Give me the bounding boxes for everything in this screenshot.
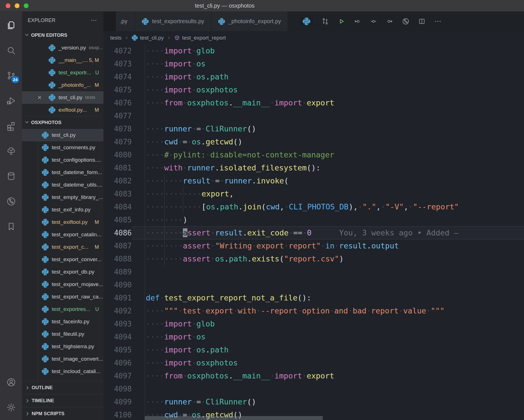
- editor-tab[interactable]: test_exportresults.py: [135, 12, 211, 31]
- line-number[interactable]: 4073: [103, 57, 132, 70]
- project-header[interactable]: OSXPHOTOS: [22, 116, 103, 129]
- open-editor-item[interactable]: test_cli.pytests: [22, 91, 103, 104]
- line-number[interactable]: 4090: [103, 278, 132, 291]
- breadcrumb-item[interactable]: tests: [110, 35, 122, 41]
- tree-item[interactable]: test_faceinfo.py: [22, 315, 103, 328]
- tree-item[interactable]: test_cli.py: [22, 129, 103, 141]
- code-editor[interactable]: 4072····import·glob4073····import·os4074…: [103, 44, 524, 420]
- tree-item[interactable]: test_export_db.py: [22, 266, 103, 278]
- breadcrumb-item[interactable]: test_export_report: [174, 35, 226, 41]
- code-line[interactable]: 4095····import·os.path: [103, 343, 524, 356]
- code-line[interactable]: 4084············[os.path.join(cwd,·CLI_P…: [103, 200, 524, 213]
- code-line[interactable]: 4093····import·glob: [103, 317, 524, 330]
- tree-item[interactable]: test_datetime_form...: [22, 166, 103, 179]
- code-line[interactable]: 4074····import·os.path: [103, 70, 524, 83]
- tree-item[interactable]: test_export_conver...: [22, 253, 103, 266]
- code-line[interactable]: 4079····cwd·=·os.getcwd(): [103, 135, 524, 148]
- python-language-tile[interactable]: [300, 18, 313, 25]
- tree-item[interactable]: test_incloud_catali...: [22, 365, 103, 378]
- line-number[interactable]: 4085: [103, 213, 132, 226]
- code-line[interactable]: 4073····import·os: [103, 57, 524, 70]
- tree-item[interactable]: test_export_c...M: [22, 241, 103, 253]
- line-number[interactable]: 4079: [103, 135, 132, 148]
- line-number[interactable]: 4095: [103, 343, 132, 356]
- code-line[interactable]: 4097····from·osxphotos.__main__·import·e…: [103, 369, 524, 382]
- code-line[interactable]: 4091def·test_export_report_not_a_file():: [103, 291, 524, 304]
- line-number[interactable]: 4075: [103, 83, 132, 96]
- code-line[interactable]: 4089: [103, 265, 524, 278]
- code-line[interactable]: 4090: [103, 278, 524, 291]
- line-number[interactable]: 4086: [103, 226, 132, 239]
- code-line[interactable]: 4078····runner·=·CliRunner(): [103, 122, 524, 135]
- line-number[interactable]: 4096: [103, 356, 132, 369]
- tree-item[interactable]: test_exportres...U: [22, 303, 103, 315]
- code-line[interactable]: 4076····from·osxphotos.__main__·import·e…: [103, 96, 524, 109]
- tree-item[interactable]: test_exif_info.py: [22, 203, 103, 216]
- breadcrumb-item[interactable]: test_cli.py: [132, 35, 164, 41]
- line-number[interactable]: 4094: [103, 330, 132, 343]
- tree-item[interactable]: test_export_raw_ca...: [22, 291, 103, 303]
- activity-item-explorer[interactable]: [0, 13, 22, 38]
- line-number[interactable]: 4072: [103, 44, 132, 57]
- sidebar-section-npm-scripts[interactable]: NPM SCRIPTS: [22, 407, 103, 420]
- activity-item-run-debug[interactable]: [0, 88, 22, 113]
- activity-item-extensions[interactable]: [0, 113, 22, 138]
- tree-item[interactable]: test_comments.py: [22, 141, 103, 154]
- close-icon[interactable]: [37, 95, 49, 100]
- code-line[interactable]: 4094····import·os: [103, 330, 524, 343]
- line-number[interactable]: 4093: [103, 317, 132, 330]
- run-python-file-icon[interactable]: [337, 18, 345, 25]
- editor-tab[interactable]: _photoinfo_export.py: [211, 12, 288, 31]
- line-number[interactable]: 4087: [103, 239, 132, 252]
- nav-circle-icon[interactable]: [370, 18, 377, 25]
- code-line[interactable]: 4082········result·=·runner.invoke(: [103, 174, 524, 187]
- line-number[interactable]: 4089: [103, 265, 132, 278]
- nav-back-icon[interactable]: [354, 18, 361, 25]
- activity-item-source-control[interactable]: 24: [0, 63, 22, 88]
- line-number[interactable]: 4082: [103, 174, 132, 187]
- line-number[interactable]: 4076: [103, 96, 132, 109]
- open-editor-item[interactable]: exiftool.py...M: [22, 104, 103, 116]
- code-line[interactable]: 4085········): [103, 213, 524, 226]
- git-compare-icon[interactable]: [321, 18, 329, 25]
- code-line[interactable]: 4092····"""·test·export·with·--report·op…: [103, 304, 524, 317]
- line-number[interactable]: 4091: [103, 291, 132, 304]
- sidebar-section-outline[interactable]: OUTLINE: [22, 381, 103, 394]
- line-number[interactable]: 4074: [103, 70, 132, 83]
- tree-item[interactable]: test_export_catalin...: [22, 228, 103, 241]
- tree-item[interactable]: test_image_convert...: [22, 353, 103, 365]
- line-number[interactable]: 4099: [103, 395, 132, 408]
- code-line[interactable]: 4081····with·runner.isolated_filesystem(…: [103, 161, 524, 174]
- code-line[interactable]: 4087········assert·"Writing·export·repor…: [103, 239, 524, 252]
- code-line[interactable]: 4075····import·osxphotos: [103, 83, 524, 96]
- code-line[interactable]: 4077: [103, 109, 524, 122]
- line-number[interactable]: 4084: [103, 200, 132, 213]
- code-line[interactable]: 4080····#·pylint:·disable=not-context-ma…: [103, 148, 524, 161]
- code-line[interactable]: 4086········assert·result.exit_code·==·0…: [103, 226, 524, 239]
- tree-item[interactable]: test_empty_library_...: [22, 191, 103, 203]
- tree-item[interactable]: test_export_mojave...: [22, 278, 103, 291]
- more-actions-icon[interactable]: [434, 18, 442, 25]
- activity-item-testing[interactable]: [0, 138, 22, 164]
- tree-item[interactable]: test_configoptions....: [22, 154, 103, 166]
- horizontal-scrollbar[interactable]: [145, 416, 323, 420]
- open-editor-item[interactable]: test_exportr...U: [22, 66, 103, 79]
- nav-forward-icon[interactable]: [386, 18, 393, 25]
- sidebar-section-timeline[interactable]: TIMELINE: [22, 394, 103, 407]
- activity-item-gitlens[interactable]: [0, 189, 22, 214]
- line-number[interactable]: 4100: [103, 408, 132, 420]
- code-line[interactable]: 4096····import·osxphotos: [103, 356, 524, 369]
- activity-item-search[interactable]: [0, 38, 22, 63]
- tree-item[interactable]: test_highsierra.py: [22, 340, 103, 353]
- open-editor-item[interactable]: _photoinfo_...M: [22, 79, 103, 91]
- editor-tab[interactable]: .py: [116, 12, 135, 31]
- activity-item-database[interactable]: [0, 164, 22, 189]
- line-number[interactable]: 4083: [103, 187, 132, 200]
- open-editor-item[interactable]: __main__....5, M: [22, 54, 103, 66]
- line-number[interactable]: 4092: [103, 304, 132, 317]
- activity-item-settings[interactable]: [0, 395, 22, 420]
- line-number[interactable]: 4097: [103, 369, 132, 382]
- tree-item[interactable]: test_datetime_utils....: [22, 179, 103, 191]
- open-editors-header[interactable]: OPEN EDITORS: [22, 29, 103, 42]
- line-number[interactable]: 4088: [103, 252, 132, 265]
